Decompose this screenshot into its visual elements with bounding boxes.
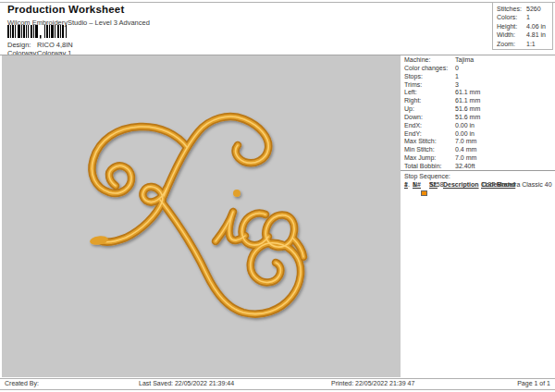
top-rule: [0, 2, 555, 3]
design-summary-box: Stitches:5260 Colors:1 Height:4.06 in Wi…: [492, 2, 553, 50]
i-dot: [233, 190, 240, 197]
machine-row: Trims:3: [404, 81, 554, 90]
machine-row: Max Jump:7.0 mm: [404, 154, 554, 163]
last-saved-label: Last Saved: 22/05/2022 21:39:44: [139, 380, 234, 386]
footer-top-rule: [0, 378, 555, 379]
created-by-label: Created By:: [5, 380, 39, 386]
page-number-label: Page 1 of 1: [517, 380, 550, 386]
machine-row: Left:61.1 mm: [404, 89, 554, 97]
machine-row: Max Stitch:7.0 mm: [404, 138, 554, 146]
stop-sequence-title: Stop Sequence:: [404, 173, 450, 179]
machine-row: Right:61.1 mm: [404, 97, 554, 105]
machine-row: Min Stitch:0.4 mm: [404, 146, 554, 154]
production-worksheet-page: Production Worksheet Wilcom EmbroiderySt…: [0, 0, 555, 392]
machine-row: Down:51.6 mm: [404, 114, 554, 122]
machine-row: Stops:1: [404, 73, 554, 81]
printed-label: Printed: 22/05/2022 21:39 47: [331, 380, 414, 386]
barcode-icon: [7, 25, 81, 41]
summary-row-height: Height:4.06 in: [497, 22, 552, 31]
machine-details-panel: Machine:Tajima Color changes:0 Stops:1 T…: [404, 56, 554, 171]
thread-color-swatch: [421, 190, 427, 196]
summary-row-stitches: Stitches:5260: [497, 5, 552, 13]
summary-row-width: Width:4.81 in: [497, 31, 552, 39]
summary-row-colors: Colors:1: [497, 13, 552, 21]
stop-sequence-rule: [401, 170, 555, 171]
machine-row: Up:51.6 mm: [404, 105, 554, 114]
machine-row: EndX:0.00 in: [404, 122, 554, 130]
summary-row-zoom: Zoom:1:1: [497, 40, 552, 48]
rico-embroidery-design: [2, 55, 401, 377]
design-preview-canvas: [2, 55, 401, 377]
machine-row: Color changes:0: [404, 65, 554, 73]
page-title: Production Worksheet: [7, 4, 124, 15]
footer-bottom-rule: [0, 389, 555, 390]
machine-row: Machine:Tajima: [404, 56, 554, 65]
machine-row: EndY:0.00 in: [404, 130, 554, 139]
